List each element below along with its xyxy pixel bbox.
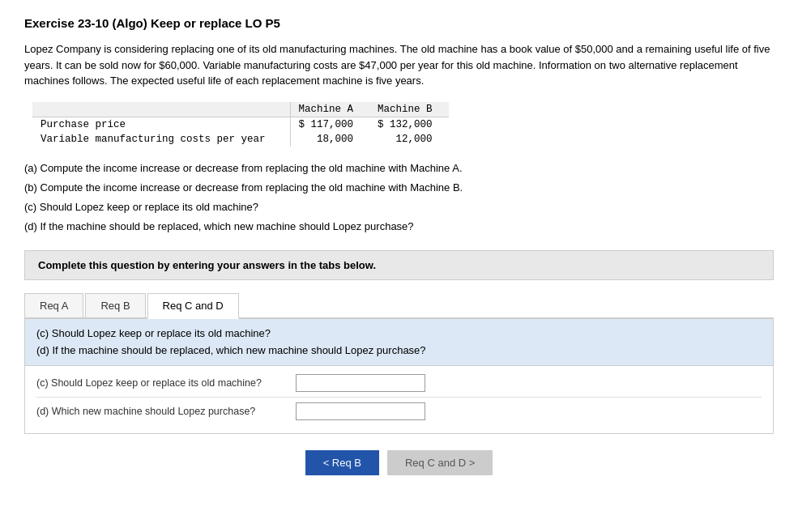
answer-row-c: (c) Should Lopez keep or replace its old…: [36, 374, 762, 398]
row1-machine-a: $ 117,000: [290, 117, 369, 132]
answer-input-d[interactable]: [296, 402, 425, 420]
answer-row-d: (d) Which new machine should Lopez purch…: [36, 402, 762, 425]
tab-req-c-d[interactable]: Req C and D: [147, 293, 239, 319]
next-button: Req C and D >: [387, 450, 493, 475]
answer-label-c: (c) Should Lopez keep or replace its old…: [36, 377, 296, 389]
machine-a-header: Machine A: [290, 102, 369, 117]
answer-label-d: (d) Which new machine should Lopez purch…: [36, 406, 296, 417]
tab-header-line2: (d) If the machine should be replaced, w…: [36, 343, 762, 360]
question-c: (c) Should Lopez keep or replace its old…: [24, 198, 774, 216]
instruction-box: Complete this question by entering your …: [24, 250, 774, 280]
tab-header: (c) Should Lopez keep or replace its old…: [25, 319, 773, 367]
nav-buttons: < Req B Req C and D >: [24, 450, 774, 475]
questions-block: (a) Compute the income increase or decre…: [24, 160, 774, 236]
tab-content-panel: (c) Should Lopez keep or replace its old…: [24, 319, 774, 435]
tab-header-line1: (c) Should Lopez keep or replace its old…: [36, 326, 762, 343]
tabs-container: Req A Req B Req C and D: [24, 293, 774, 319]
machine-b-header: Machine B: [369, 102, 449, 117]
question-d: (d) If the machine should be replaced, w…: [24, 218, 774, 236]
row1-label: Purchase price: [32, 117, 290, 132]
prev-button[interactable]: < Req B: [305, 450, 379, 475]
row2-label: Variable manufacturing costs per year: [32, 132, 290, 147]
row2-machine-b: 12,000: [369, 132, 449, 147]
question-a: (a) Compute the income increase or decre…: [24, 160, 774, 177]
data-table: Machine A Machine B Purchase price $ 117…: [32, 102, 449, 147]
row1-machine-b: $ 132,000: [369, 117, 449, 132]
tab-req-b[interactable]: Req B: [85, 293, 145, 317]
answer-section: (c) Should Lopez keep or replace its old…: [25, 366, 773, 433]
answer-input-c[interactable]: [296, 374, 425, 392]
row2-machine-a: 18,000: [290, 132, 369, 147]
question-b: (b) Compute the income increase or decre…: [24, 179, 774, 197]
exercise-title: Exercise 23-10 (Algo) Keep or replace LO…: [24, 16, 774, 30]
intro-text: Lopez Company is considering replacing o…: [24, 41, 774, 89]
tab-req-a[interactable]: Req A: [24, 293, 83, 317]
